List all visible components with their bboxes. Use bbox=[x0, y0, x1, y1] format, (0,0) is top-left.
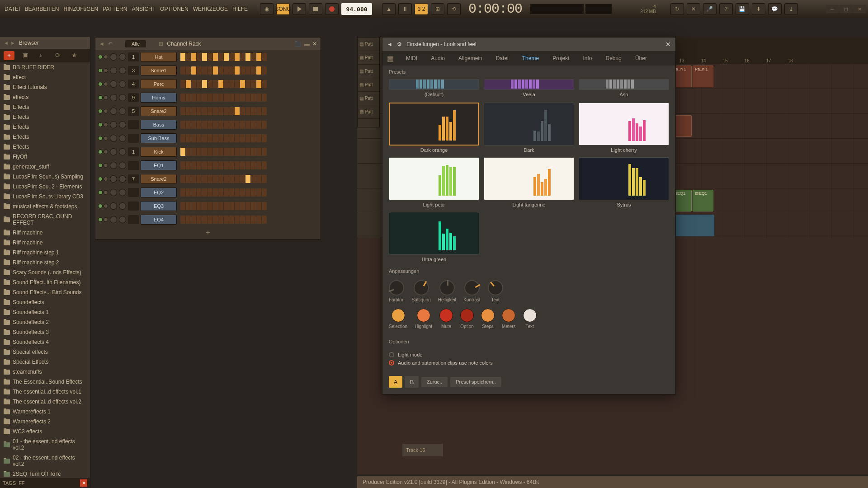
channel-name[interactable]: Sub Bass bbox=[141, 133, 177, 143]
step-button[interactable] bbox=[186, 202, 191, 210]
step-button[interactable] bbox=[208, 202, 212, 210]
channel-number[interactable] bbox=[128, 134, 139, 143]
step-button[interactable] bbox=[180, 134, 185, 142]
step-button[interactable] bbox=[202, 121, 207, 129]
step-button[interactable] bbox=[202, 80, 207, 88]
record-button[interactable] bbox=[325, 3, 339, 15]
step-button[interactable] bbox=[197, 202, 202, 210]
preset-card[interactable]: Dark bbox=[484, 103, 574, 153]
vol-knob[interactable] bbox=[119, 162, 126, 169]
song-position-slider[interactable] bbox=[530, 4, 584, 14]
step-button[interactable] bbox=[218, 80, 223, 88]
menu-item[interactable]: ANSICHT bbox=[129, 5, 158, 14]
step-button[interactable] bbox=[256, 121, 261, 129]
preset-card[interactable]: Light tangerine bbox=[484, 157, 574, 207]
color-swatch[interactable] bbox=[392, 309, 405, 322]
tab-datei[interactable]: Datei bbox=[490, 52, 515, 64]
help-button[interactable]: ? bbox=[719, 3, 733, 15]
step-button[interactable] bbox=[197, 107, 202, 115]
step-button[interactable] bbox=[224, 80, 229, 88]
step-button[interactable] bbox=[251, 134, 256, 142]
download-button[interactable]: ⤓ bbox=[784, 3, 798, 15]
settings-header[interactable]: ◄ ⚙ Einstellungen - Look and feel ✕ bbox=[382, 38, 675, 51]
step-button[interactable] bbox=[191, 53, 196, 61]
step-button[interactable] bbox=[245, 80, 250, 88]
pattern-item[interactable]: ▤ Patt bbox=[358, 38, 379, 51]
chat-button[interactable]: 💬 bbox=[768, 3, 782, 15]
tab-midi[interactable]: MIDI bbox=[400, 52, 424, 64]
step-button[interactable] bbox=[180, 161, 185, 169]
back-icon[interactable]: ◄ bbox=[99, 41, 104, 47]
minimize-button[interactable]: ─ bbox=[826, 5, 839, 13]
step-button[interactable] bbox=[180, 94, 185, 102]
browser-item[interactable]: WC3 effects bbox=[0, 427, 90, 436]
step-button[interactable] bbox=[256, 202, 261, 210]
step-button[interactable] bbox=[218, 161, 223, 169]
step-button[interactable] bbox=[197, 161, 202, 169]
step-button[interactable] bbox=[235, 80, 240, 88]
step-button[interactable] bbox=[245, 216, 250, 224]
preset-card[interactable]: Sytrus bbox=[579, 157, 669, 207]
mute-led[interactable] bbox=[98, 150, 103, 154]
color-mute[interactable]: Mute bbox=[439, 309, 453, 329]
solo-led[interactable] bbox=[104, 163, 108, 168]
step-button[interactable] bbox=[208, 66, 212, 75]
pan-knob[interactable] bbox=[110, 148, 117, 155]
step-button[interactable] bbox=[262, 202, 267, 210]
step-button[interactable] bbox=[180, 66, 185, 75]
browser-item[interactable]: Special effects bbox=[0, 347, 90, 357]
step-button[interactable] bbox=[229, 53, 234, 61]
browser-item[interactable]: Effects bbox=[0, 132, 90, 142]
step-button[interactable] bbox=[262, 134, 267, 142]
step-button[interactable] bbox=[256, 53, 261, 61]
step-button[interactable] bbox=[186, 94, 191, 102]
step-button[interactable] bbox=[213, 216, 218, 224]
step-button[interactable] bbox=[262, 53, 267, 61]
preset-card[interactable]: Veela bbox=[484, 79, 574, 97]
browser-item[interactable]: Effects bbox=[0, 102, 90, 112]
color-option[interactable]: Option bbox=[460, 309, 474, 329]
tab-allgemein[interactable]: Allgemein bbox=[452, 52, 489, 64]
step-button[interactable] bbox=[229, 216, 234, 224]
step-button[interactable] bbox=[262, 188, 267, 197]
channel-number[interactable]: 3 bbox=[128, 66, 139, 75]
history-icon[interactable]: ↶ bbox=[108, 41, 113, 47]
channel-number[interactable] bbox=[128, 215, 139, 224]
knob-kontrast[interactable]: Kontrast bbox=[463, 280, 480, 302]
step-button[interactable] bbox=[208, 148, 212, 156]
preset-card[interactable]: (Default) bbox=[389, 79, 479, 97]
tag-item[interactable]: FF bbox=[19, 480, 24, 486]
knob-dial[interactable] bbox=[439, 280, 455, 296]
knob-dial[interactable] bbox=[389, 280, 404, 296]
step-button[interactable] bbox=[251, 148, 256, 156]
channel-name[interactable]: EQ3 bbox=[141, 201, 177, 211]
step-button[interactable] bbox=[256, 80, 261, 88]
step-button[interactable] bbox=[262, 80, 267, 88]
tab-projekt[interactable]: Projekt bbox=[546, 52, 576, 64]
step-button[interactable] bbox=[191, 107, 196, 115]
step-button[interactable] bbox=[251, 53, 256, 61]
tab-theme[interactable]: Theme bbox=[516, 52, 545, 64]
step-button[interactable] bbox=[197, 134, 202, 142]
compare-a-button[interactable]: A bbox=[389, 376, 402, 388]
step-button[interactable] bbox=[213, 121, 218, 129]
step-button[interactable] bbox=[202, 175, 207, 183]
step-button[interactable] bbox=[245, 134, 250, 142]
light-mode-option[interactable]: Light mode bbox=[389, 351, 669, 359]
browser-item[interactable]: 02 - the essent..nd effects vol.2 bbox=[0, 453, 90, 469]
graph-icon[interactable]: ⬛ bbox=[295, 41, 302, 47]
step-button[interactable] bbox=[235, 134, 240, 142]
step-button[interactable] bbox=[208, 80, 212, 88]
tab-über[interactable]: Über bbox=[629, 52, 653, 64]
step-button[interactable] bbox=[235, 107, 240, 115]
mute-led[interactable] bbox=[98, 163, 103, 168]
pattern-item[interactable]: ▤ Patt bbox=[358, 78, 379, 92]
color-meters[interactable]: Meters bbox=[502, 309, 516, 329]
step-button[interactable] bbox=[245, 148, 250, 156]
step-button[interactable] bbox=[197, 188, 202, 197]
step-button[interactable] bbox=[224, 107, 229, 115]
step-button[interactable] bbox=[191, 202, 196, 210]
pan-knob[interactable] bbox=[110, 202, 117, 210]
menu-item[interactable]: DATEI bbox=[2, 5, 22, 14]
step-button[interactable] bbox=[180, 216, 185, 224]
